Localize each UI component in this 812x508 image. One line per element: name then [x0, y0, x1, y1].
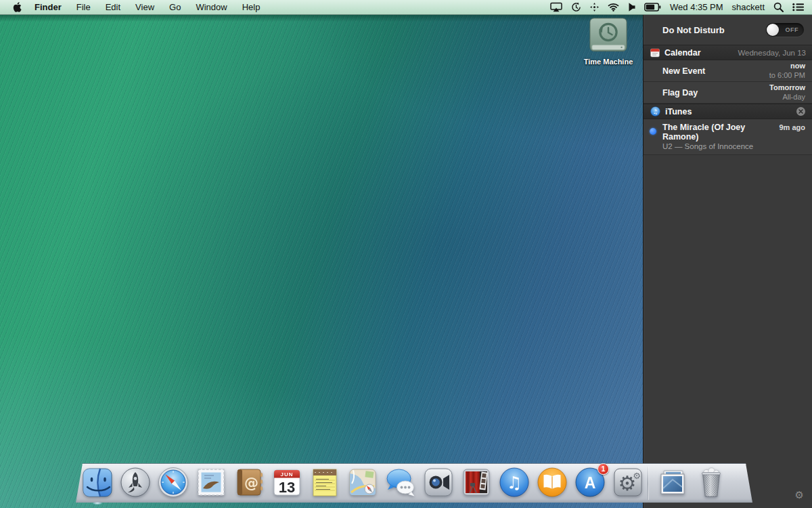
dock-stack-icons — [656, 466, 727, 499]
event-time-primary: Tomorrow — [769, 83, 805, 93]
airplay-icon[interactable] — [550, 2, 562, 12]
menu-item-view[interactable]: View — [128, 2, 162, 12]
itunes-section-header[interactable]: ♫ iTunes — [644, 104, 812, 119]
photobooth-icon — [460, 466, 493, 499]
dock-item-safari[interactable] — [157, 466, 189, 499]
svg-text:@: @ — [244, 475, 258, 491]
spotlight-search-icon[interactable] — [773, 2, 784, 12]
svg-text:JUN: JUN — [280, 471, 293, 478]
mail-icon — [195, 466, 227, 499]
calendar-event-row[interactable]: New Event now to 6:00 PM — [644, 60, 812, 82]
safari-icon — [157, 466, 189, 499]
event-title: Flag Day — [662, 88, 698, 98]
menu-bar: Finder FileEditViewGoWindowHelp — [0, 0, 812, 15]
calendar-icon: JUN13 — [271, 466, 303, 499]
time-machine-label: Time Machine — [579, 58, 638, 66]
location-crosshair-icon[interactable] — [590, 3, 599, 12]
itunes-notification-row[interactable]: The Miracle (Of Joey Ramone) 9m ago U2 —… — [644, 119, 812, 155]
facetime-icon — [422, 466, 455, 499]
finder-icon — [81, 466, 114, 499]
svg-text:A: A — [585, 474, 596, 492]
trash-icon — [695, 466, 727, 499]
pictures-icon — [656, 466, 689, 499]
notification-center-panel: Do Not Disturb OFF Calendar Wednesday, J… — [643, 15, 812, 508]
menu-item-go[interactable]: Go — [162, 2, 188, 12]
menu-user[interactable]: shackett — [732, 2, 765, 12]
do-not-disturb-row: Do Not Disturb OFF — [644, 15, 812, 45]
dock-item-photobooth[interactable] — [460, 466, 493, 499]
menu-item-window[interactable]: Window — [188, 2, 234, 12]
ibooks-icon — [536, 466, 568, 499]
calendar-section-title: Calendar — [664, 48, 701, 58]
dock-item-notes[interactable] — [309, 466, 341, 499]
wifi-icon[interactable] — [608, 3, 619, 12]
time-machine-drive-icon — [585, 18, 632, 56]
menu-clock[interactable]: Wed 4:35 PM — [670, 2, 723, 12]
desktop-screen: Time Machine Do Not Disturb OFF Calendar… — [0, 0, 812, 508]
dock-item-contacts[interactable]: @ — [233, 466, 265, 499]
running-indicator-icon — [93, 502, 102, 505]
calendar-section-header[interactable]: Calendar Wednesday, Jun 13 — [644, 45, 812, 60]
maps-icon — [346, 466, 379, 499]
time-machine-desktop-icon[interactable]: Time Machine — [579, 18, 638, 66]
event-time-primary: now — [769, 62, 805, 71]
svg-text:♫: ♫ — [653, 108, 658, 115]
dock-item-facetime[interactable] — [422, 466, 455, 499]
menu-app-name[interactable]: Finder — [27, 2, 69, 12]
close-icon[interactable] — [796, 106, 806, 117]
calendar-event-row[interactable]: Flag Day Tomorrow All-day — [644, 82, 812, 104]
dock-item-ibooks[interactable] — [536, 466, 568, 499]
dock-item-trash[interactable] — [695, 466, 727, 499]
toggle-knob-icon — [767, 24, 779, 36]
messages-icon — [384, 466, 417, 499]
dock-item-maps[interactable] — [346, 466, 379, 499]
unread-dot-icon — [650, 128, 656, 135]
volume-icon[interactable] — [628, 3, 635, 12]
launchpad-icon — [119, 466, 152, 499]
calendar-app-icon — [650, 48, 660, 58]
do-not-disturb-label: Do Not Disturb — [662, 25, 725, 35]
time-machine-icon[interactable] — [571, 2, 581, 12]
notification-title: The Miracle (Of Joey Ramone) — [662, 123, 775, 142]
notification-time: 9m ago — [775, 123, 805, 131]
dock-item-launchpad[interactable] — [119, 466, 152, 499]
toggle-state-label: OFF — [786, 26, 799, 33]
svg-text:♫: ♫ — [507, 473, 522, 492]
dock-item-pictures[interactable] — [656, 466, 689, 499]
svg-text:13: 13 — [279, 479, 295, 496]
dock-item-sysprefs[interactable]: ⚙⚙ — [612, 466, 644, 499]
event-time-secondary: All-day — [769, 93, 805, 102]
event-title: New Event — [662, 66, 705, 76]
itunes-section-title: iTunes — [665, 107, 692, 117]
menu-item-file[interactable]: File — [69, 2, 98, 12]
itunes-app-icon: ♫ — [650, 106, 660, 117]
dock-item-itunes[interactable]: ♫ — [498, 466, 531, 499]
svg-text:⚙: ⚙ — [633, 471, 641, 481]
contacts-icon: @ — [233, 466, 265, 499]
event-time-secondary: to 6:00 PM — [769, 71, 805, 81]
itunes-icon: ♫ — [498, 466, 531, 499]
calendar-section-date: Wednesday, Jun 13 — [738, 49, 806, 57]
dock-item-messages[interactable] — [384, 466, 417, 499]
battery-icon[interactable] — [644, 3, 661, 12]
sysprefs-icon: ⚙⚙ — [612, 466, 644, 499]
notification-center-icon[interactable] — [792, 3, 804, 12]
menu-item-help[interactable]: Help — [235, 2, 268, 12]
app-store-badge: 1 — [597, 463, 609, 475]
dock-item-calendar[interactable]: JUN13 — [271, 466, 303, 499]
dock-item-mail[interactable] — [195, 466, 227, 499]
notification-settings-gear-icon[interactable]: ⚙ — [795, 490, 804, 500]
menu-item-edit[interactable]: Edit — [98, 2, 128, 12]
do-not-disturb-toggle[interactable]: OFF — [766, 23, 804, 37]
apple-menu-icon[interactable] — [7, 2, 27, 12]
dock-app-icons: @JUN13♫A1⚙⚙ — [81, 466, 644, 499]
dock-item-appstore[interactable]: A1 — [574, 466, 606, 499]
notes-icon — [309, 466, 341, 499]
notification-subtitle: U2 — Songs of Innocence — [662, 142, 805, 150]
dock-item-finder[interactable] — [81, 466, 114, 499]
